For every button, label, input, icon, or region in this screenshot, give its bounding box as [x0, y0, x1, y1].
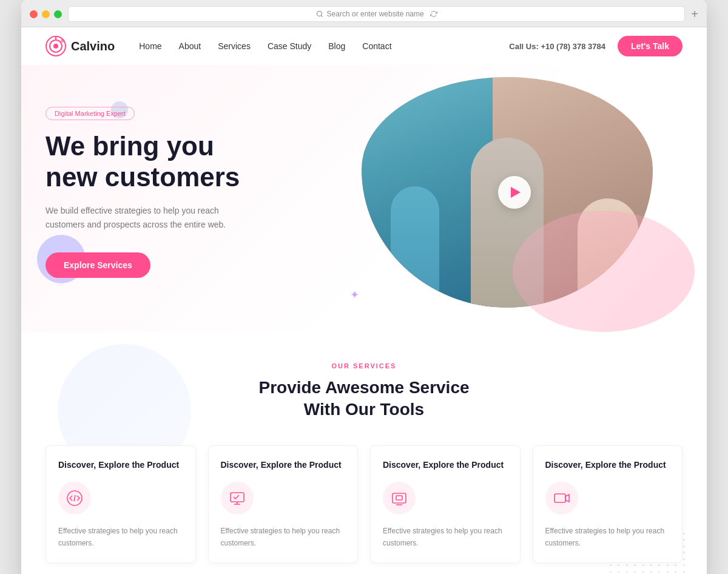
- play-button[interactable]: [498, 176, 531, 209]
- card-3-title: Discover, Explore the Product: [383, 459, 508, 471]
- svg-point-5: [61, 39, 64, 42]
- card-2-icon-wrap: [221, 482, 254, 515]
- hero-content: Digital Marketing Expert We bring you ne…: [46, 107, 332, 277]
- card-4-icon-wrap: [545, 482, 578, 515]
- card-1-desc: Effective strategies to help you reach c…: [58, 525, 183, 549]
- lets-talk-button[interactable]: Let's Talk: [618, 36, 682, 56]
- svg-point-3: [53, 44, 58, 49]
- tv-icon: [391, 490, 408, 507]
- phone-number: Call Us: +10 (78) 378 3784: [509, 42, 605, 51]
- explore-services-button[interactable]: Explore Services: [46, 252, 150, 278]
- card-2-desc: Effective strategies to help you reach c…: [221, 525, 346, 549]
- address-text: Search or enter website name: [327, 10, 424, 18]
- page-content: Calvino Home About Services Case Study B…: [21, 27, 707, 574]
- services-cards-grid: Discover, Explore the Product Effective …: [46, 445, 682, 563]
- card-4-title: Discover, Explore the Product: [545, 459, 670, 471]
- hero-image-area: [332, 77, 683, 308]
- search-icon: [316, 10, 323, 18]
- star-decoration: ✦: [350, 288, 359, 302]
- card-1-title: Discover, Explore the Product: [58, 459, 183, 471]
- address-bar[interactable]: Search or enter website name: [68, 6, 685, 22]
- services-section: OUR SERVICES Provide Awesome Service Wit…: [21, 332, 707, 574]
- card-3-desc: Effective strategies to help you reach c…: [383, 525, 508, 549]
- person-left: [391, 186, 439, 308]
- minimize-button[interactable]: [42, 10, 50, 18]
- new-tab-button[interactable]: +: [691, 8, 698, 20]
- service-card-3: Discover, Explore the Product Effective …: [370, 445, 521, 563]
- navbar: Calvino Home About Services Case Study B…: [21, 27, 707, 65]
- browser-chrome: Search or enter website name +: [21, 0, 707, 27]
- code-icon: [66, 490, 83, 507]
- svg-rect-10: [393, 493, 406, 503]
- hero-section: Digital Marketing Expert We bring you ne…: [21, 65, 707, 332]
- nav-blog[interactable]: Blog: [328, 41, 345, 51]
- logo[interactable]: Calvino: [46, 36, 115, 56]
- svg-point-0: [317, 12, 322, 16]
- hero-subtitle: We build effective strategies to help yo…: [46, 204, 240, 232]
- logo-icon: [46, 36, 66, 56]
- logo-text: Calvino: [71, 39, 115, 53]
- service-card-1: Discover, Explore the Product Effective …: [46, 445, 196, 563]
- play-icon: [511, 187, 521, 198]
- video-icon: [553, 490, 570, 507]
- card-4-desc: Effective strategies to help you reach c…: [545, 525, 670, 549]
- refresh-icon[interactable]: [430, 10, 437, 18]
- nav-home[interactable]: Home: [139, 41, 161, 51]
- nav-services[interactable]: Services: [218, 41, 251, 51]
- svg-rect-13: [554, 494, 565, 502]
- card-2-title: Discover, Explore the Product: [221, 459, 346, 471]
- service-card-4: Discover, Explore the Product Effective …: [533, 445, 683, 563]
- nav-links: Home About Services Case Study Blog Cont…: [139, 41, 391, 52]
- pink-arc-decoration: [513, 211, 695, 332]
- service-card-2: Discover, Explore the Product Effective …: [208, 445, 359, 563]
- hero-badge: Digital Marketing Expert: [46, 107, 135, 120]
- svg-rect-11: [396, 496, 402, 500]
- nav-contact[interactable]: Contact: [362, 41, 391, 51]
- nav-about[interactable]: About: [179, 41, 201, 51]
- hero-title: We bring you new customers: [46, 131, 332, 192]
- traffic-lights: [30, 10, 62, 18]
- card-3-icon-wrap: [383, 482, 416, 515]
- card-1-icon-wrap: [58, 482, 91, 515]
- browser-window: Search or enter website name + Calvino: [21, 0, 707, 574]
- maximize-button[interactable]: [54, 10, 62, 18]
- monitor-icon: [229, 490, 246, 507]
- nav-case-study[interactable]: Case Study: [268, 41, 311, 51]
- close-button[interactable]: [30, 10, 38, 18]
- nav-right: Call Us: +10 (78) 378 3784 Let's Talk: [509, 36, 682, 56]
